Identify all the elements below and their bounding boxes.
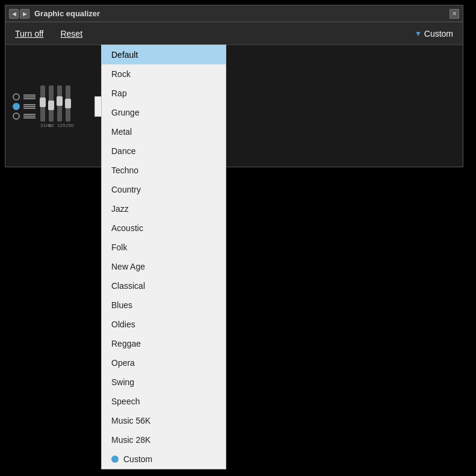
turn-off-button[interactable]: Turn off [11, 26, 47, 41]
dropdown-item-custom[interactable]: Custom [102, 450, 226, 469]
preset-dropdown-button[interactable]: ▼ Custom [411, 26, 457, 41]
freq-label-250hz: 250 [66, 123, 70, 128]
eq-radio-2[interactable] [13, 103, 20, 110]
dropdown-item-speech[interactable]: Speech [102, 392, 226, 411]
eq-line [23, 94, 36, 96]
slider-31hz[interactable] [40, 85, 45, 122]
dropdown-item-new-age[interactable]: New Age [102, 257, 226, 276]
dropdown-item-classical[interactable]: Classical [102, 276, 226, 295]
dropdown-item-label: Classical [111, 281, 145, 291]
dropdown-item-folk[interactable]: Folk [102, 238, 226, 257]
dropdown-item-label: Rock [111, 69, 131, 79]
eq-row-1 [13, 93, 36, 100]
eq-line [23, 106, 36, 107]
eq-lines-2 [23, 104, 36, 109]
dropdown-item-music-56k[interactable]: Music 56K [102, 411, 226, 430]
titlebar: ◀ ▶ Graphic equalizer ✕ [5, 5, 463, 22]
slider-handle-125hz[interactable] [57, 96, 63, 106]
eq-line [23, 116, 36, 117]
dropdown-item-rap[interactable]: Rap [102, 84, 226, 103]
dropdown-item-label: Blues [111, 300, 132, 310]
freq-label-62hz: 62 [49, 123, 54, 128]
window-title: Graphic equalizer [34, 9, 450, 18]
next-button[interactable]: ▶ [20, 9, 29, 19]
dropdown-item-label: Swing [111, 377, 134, 387]
freq-label-125hz: 125 [57, 123, 62, 128]
dropdown-item-label: Acoustic [111, 223, 143, 233]
dropdown-item-label: Opera [111, 358, 135, 368]
dropdown-item-label: Oldies [111, 320, 135, 329]
dropdown-arrow-icon: ▼ [415, 29, 422, 38]
dropdown-item-label: Music 56K [111, 416, 150, 425]
eq-line [23, 108, 36, 109]
sliders-area: 31Hz 62 125 250 [40, 85, 70, 128]
toolbar: Turn off Reset ▼ Custom [5, 22, 463, 45]
dropdown-item-techno[interactable]: Techno [102, 161, 226, 180]
dropdown-item-opera[interactable]: Opera [102, 353, 226, 372]
dropdown-item-label: Rap [111, 88, 127, 98]
eq-line [23, 96, 36, 97]
eq-row-3 [13, 113, 36, 120]
dropdown-item-oldies[interactable]: Oldies [102, 315, 226, 334]
dropdown-item-rock[interactable]: Rock [102, 64, 226, 84]
dropdown-item-label: Dance [111, 146, 135, 156]
eq-row-2 [13, 103, 36, 110]
dropdown-item-default[interactable]: Default [102, 45, 226, 64]
dropdown-item-label: Techno [111, 165, 138, 175]
dropdown-item-acoustic[interactable]: Acoustic [102, 218, 226, 238]
dropdown-item-label: Metal [111, 127, 132, 137]
dropdown-item-jazz[interactable]: Jazz [102, 199, 226, 218]
dropdown-item-label: Jazz [111, 204, 129, 214]
slider-handle-31hz[interactable] [40, 97, 46, 107]
reset-button[interactable]: Reset [57, 26, 86, 41]
slider-handle-62hz[interactable] [48, 100, 54, 110]
dropdown-item-reggae[interactable]: Reggae [102, 334, 226, 353]
freq-label-31hz: 31Hz [40, 123, 45, 128]
eq-lines-3 [23, 114, 36, 119]
dropdown-item-grunge[interactable]: Grunge [102, 103, 226, 122]
dropdown-item-blues[interactable]: Blues [102, 295, 226, 315]
dropdown-item-label: Music 28K [111, 435, 150, 445]
equalizer-window: ◀ ▶ Graphic equalizer ✕ Turn off Reset ▼… [5, 5, 463, 167]
dropdown-item-music-28k[interactable]: Music 28K [102, 430, 226, 450]
dropdown-item-metal[interactable]: Metal [102, 122, 226, 141]
slider-250hz[interactable] [66, 85, 70, 122]
eq-radio-3[interactable] [13, 113, 20, 120]
preset-dropdown-menu: DefaultRockRapGrungeMetalDanceTechnoCoun… [101, 45, 226, 469]
freq-labels: 31Hz 62 125 250 [40, 123, 70, 128]
eq-area: 31Hz 62 125 250 Select preset [5, 45, 463, 168]
dropdown-item-label: Custom [123, 454, 152, 464]
nav-arrows: ◀ ▶ [9, 9, 29, 19]
dropdown-item-dance[interactable]: Dance [102, 141, 226, 161]
dropdown-item-label: Speech [111, 397, 140, 406]
dropdown-item-label: Reggae [111, 339, 141, 348]
dropdown-item-label: Default [111, 50, 138, 60]
dropdown-item-label: Grunge [111, 108, 140, 117]
close-button[interactable]: ✕ [450, 9, 459, 19]
prev-button[interactable]: ◀ [9, 9, 19, 19]
eq-controls [13, 93, 36, 120]
eq-radio-1[interactable] [13, 93, 20, 100]
preset-label: Custom [424, 29, 453, 39]
custom-dot-icon [111, 456, 119, 463]
slider-handle-250hz[interactable] [65, 99, 71, 108]
dropdown-item-label: New Age [111, 262, 145, 271]
eq-line [23, 117, 36, 119]
sliders-row [40, 85, 70, 122]
slider-125hz[interactable] [57, 85, 62, 122]
dropdown-item-label: Country [111, 185, 141, 194]
eq-lines-1 [23, 94, 36, 99]
eq-line [23, 104, 36, 105]
dropdown-item-country[interactable]: Country [102, 180, 226, 199]
eq-line [23, 114, 36, 115]
dropdown-item-label: Folk [111, 243, 127, 252]
eq-line [23, 98, 36, 99]
slider-62hz[interactable] [49, 85, 54, 122]
dropdown-item-swing[interactable]: Swing [102, 372, 226, 392]
